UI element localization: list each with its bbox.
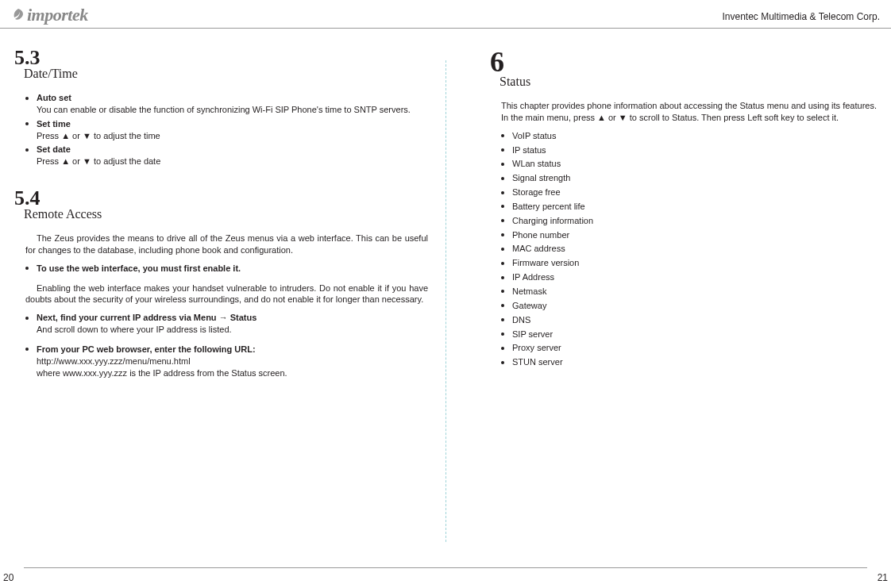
- brand-logo: importek: [11, 5, 88, 27]
- status-item-label: WLan status: [512, 159, 561, 168]
- item-body: where www.xxx.yyy.zzz is the IP address …: [37, 368, 287, 378]
- web-enable-list: To use the web interface, you must first…: [25, 263, 428, 275]
- list-item: From your PC web browser, enter the foll…: [25, 344, 428, 379]
- leaf-icon: [11, 6, 25, 27]
- status-item: Phone number: [501, 229, 877, 241]
- status-item-label: STUN server: [512, 357, 563, 367]
- intro-paragraph: The Zeus provides the means to drive all…: [25, 233, 428, 256]
- status-item-label: Firmware version: [512, 258, 579, 267]
- ip-step-list: Next, find your current IP address via M…: [25, 312, 428, 336]
- list-item: Next, find your current IP address via M…: [25, 312, 428, 336]
- item-body: You can enable or disable the function o…: [37, 105, 411, 114]
- item-body: http://www.xxx.yyy.zzz/menu/menu.html: [37, 356, 191, 366]
- item-head: Auto set: [37, 93, 71, 102]
- status-item-label: VoIP status: [512, 131, 556, 140]
- section-5-3: 5.3 Date/Time Auto set You can enable or…: [14, 48, 428, 167]
- item-body: Press ▲ or ▼ to adjust the date: [37, 156, 160, 166]
- status-item-label: SIP server: [512, 329, 553, 339]
- item-head: Set time: [37, 119, 71, 129]
- item-head: From your PC web browser, enter the foll…: [37, 344, 256, 354]
- page-left: 5.3 Date/Time Auto set You can enable or…: [0, 29, 446, 566]
- company-name: Inventec Multimedia & Telecom Corp.: [722, 11, 880, 22]
- intro-text: The Zeus provides the means to drive all…: [25, 233, 428, 255]
- item-head: Next, find your current IP address via M…: [37, 313, 256, 322]
- page-spread: 5.3 Date/Time Auto set You can enable or…: [0, 29, 891, 566]
- status-item: DNS: [501, 314, 877, 326]
- status-item: Netmask: [501, 286, 877, 298]
- section-title: Status: [499, 75, 877, 89]
- status-item-label: MAC address: [512, 244, 565, 253]
- status-item: Firmware version: [501, 257, 877, 269]
- status-item: VoIP status: [501, 130, 877, 142]
- status-item-label: Netmask: [512, 286, 546, 296]
- status-item-label: Gateway: [512, 301, 546, 310]
- status-item: IP Address: [501, 271, 877, 283]
- status-item-label: IP status: [512, 145, 546, 155]
- status-item-label: Battery percent life: [512, 202, 585, 211]
- status-item: MAC address: [501, 243, 877, 255]
- page-number-right: 21: [878, 572, 888, 583]
- status-item: Battery percent life: [501, 201, 877, 213]
- status-item: Gateway: [501, 300, 877, 312]
- section-number: 6: [490, 48, 877, 76]
- status-item-label: Proxy server: [512, 343, 561, 352]
- status-item-label: Phone number: [512, 230, 569, 240]
- status-item-label: Storage free: [512, 187, 561, 197]
- status-item-label: Signal strength: [512, 173, 570, 183]
- section-number: 5.3: [14, 48, 428, 68]
- section-title: Date/Time: [24, 67, 428, 81]
- footer-rule: [24, 567, 867, 568]
- list-item: Auto set You can enable or disable the f…: [25, 92, 428, 116]
- status-item: IP status: [501, 144, 877, 156]
- status-list: VoIP statusIP statusWLan statusSignal st…: [501, 130, 877, 368]
- status-item: SIP server: [501, 329, 877, 340]
- status-item: Storage free: [501, 186, 877, 198]
- status-item-label: Charging information: [512, 216, 593, 225]
- list-item: To use the web interface, you must first…: [25, 263, 428, 275]
- item-body: Press ▲ or ▼ to adjust the time: [37, 131, 160, 140]
- status-item-label: IP Address: [512, 272, 554, 282]
- item-head: Set date: [37, 144, 71, 154]
- warning-text: Enabling the web interface makes your ha…: [25, 283, 428, 305]
- page-right: 6 Status This chapter provides phone inf…: [446, 29, 891, 566]
- url-step-list: From your PC web browser, enter the foll…: [25, 344, 428, 379]
- status-item: WLan status: [501, 158, 877, 170]
- section-6: 6 Status This chapter provides phone inf…: [490, 48, 877, 368]
- page-number-left: 20: [3, 572, 14, 583]
- brand-logo-text: importek: [27, 5, 88, 25]
- page-footer: 20 21: [0, 567, 891, 583]
- status-intro-text: This chapter provides phone information …: [501, 101, 877, 122]
- warning-paragraph: Enabling the web interface makes your ha…: [25, 282, 428, 306]
- list-item: Set time Press ▲ or ▼ to adjust the time: [25, 118, 428, 142]
- page-header: importek Inventec Multimedia & Telecom C…: [0, 0, 891, 29]
- item-body: And scroll down to where your IP address…: [37, 325, 232, 334]
- section-number: 5.4: [14, 188, 428, 209]
- item-head: To use the web interface, you must first…: [37, 263, 241, 273]
- status-intro: This chapter provides phone information …: [501, 100, 877, 124]
- status-item: Charging information: [501, 215, 877, 227]
- status-item: Signal strength: [501, 172, 877, 184]
- status-item: STUN server: [501, 356, 877, 368]
- section-5-4: 5.4 Remote Access The Zeus provides the …: [14, 188, 428, 379]
- status-item-label: DNS: [512, 315, 530, 325]
- datetime-list: Auto set You can enable or disable the f…: [25, 92, 428, 167]
- section-title: Remote Access: [24, 207, 428, 221]
- status-item: Proxy server: [501, 342, 877, 354]
- list-item: Set date Press ▲ or ▼ to adjust the date: [25, 144, 428, 167]
